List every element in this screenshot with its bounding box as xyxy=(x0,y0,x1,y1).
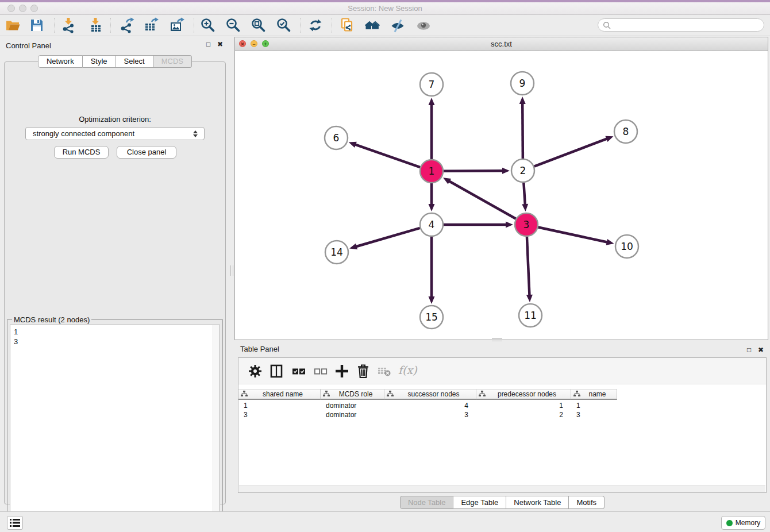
node-label: 11 xyxy=(524,310,537,321)
table-header-row: shared nameMCDS rolesuccessor nodesprede… xyxy=(238,389,617,400)
zoom-fit-icon[interactable] xyxy=(251,17,267,33)
app-titlebar[interactable]: Session: New Session xyxy=(0,0,770,15)
graph-node-4[interactable]: 4 xyxy=(420,213,443,236)
zoom-in-icon[interactable] xyxy=(200,17,216,33)
settings-gear-icon[interactable] xyxy=(247,363,263,379)
panel-splitter-handle[interactable] xyxy=(492,338,502,341)
float-panel-icon[interactable]: □ xyxy=(206,40,210,48)
close-table-panel-icon[interactable]: ✖ xyxy=(758,346,764,354)
delete-columns-trash-icon[interactable] xyxy=(355,363,371,379)
graph-edge-1-6[interactable] xyxy=(355,144,420,167)
node-label: 15 xyxy=(425,311,438,323)
graph-node-14[interactable]: 14 xyxy=(325,241,348,264)
open-file-icon[interactable] xyxy=(5,17,21,33)
edge-arrowhead xyxy=(522,204,528,211)
cell-name[interactable]: 3 xyxy=(571,410,617,419)
tab-style[interactable]: Style xyxy=(83,55,116,68)
column-header-predecessor-nodes[interactable]: predecessor nodes xyxy=(476,389,571,400)
cell-predecessor-nodes[interactable]: 2 xyxy=(476,410,571,419)
export-table-icon[interactable] xyxy=(143,17,159,33)
node-label: 7 xyxy=(429,79,435,90)
tab-node-table[interactable]: Node Table xyxy=(400,496,454,509)
close-panel-button[interactable]: Close panel xyxy=(117,146,176,159)
cell-shared-name[interactable]: 1 xyxy=(238,401,321,410)
column-header-name[interactable]: name xyxy=(571,389,617,400)
graph-edge-2-9[interactable] xyxy=(522,103,523,159)
panel-splitter-handle[interactable] xyxy=(230,265,233,276)
memory-button[interactable]: Memory xyxy=(721,516,765,530)
result-scrollbar[interactable] xyxy=(213,325,220,532)
cell-successor-nodes[interactable]: 4 xyxy=(384,401,476,410)
export-image-icon[interactable] xyxy=(169,17,185,33)
cell-successor-nodes[interactable]: 3 xyxy=(384,410,476,419)
save-session-icon[interactable] xyxy=(29,17,45,33)
column-header-label: name xyxy=(580,390,614,398)
graph-edge-4-14[interactable] xyxy=(356,228,420,247)
unselect-all-checkboxes-icon[interactable] xyxy=(313,363,329,379)
float-table-panel-icon[interactable]: □ xyxy=(747,346,751,354)
show-columns-icon[interactable] xyxy=(268,363,284,379)
hide-graphics-details-icon[interactable] xyxy=(390,17,406,33)
graph-node-3[interactable]: 3 xyxy=(515,213,538,236)
tab-motifs[interactable]: Motifs xyxy=(569,496,605,509)
cell-mcds-role[interactable]: dominator xyxy=(321,401,384,410)
close-panel-icon[interactable]: ✖ xyxy=(217,40,223,48)
graph-node-9[interactable]: 9 xyxy=(511,72,534,95)
search-field[interactable] xyxy=(598,18,764,32)
column-header-successor-nodes[interactable]: successor nodes xyxy=(384,389,476,400)
table-horizontal-scrollbar[interactable] xyxy=(239,485,765,492)
import-table-icon[interactable] xyxy=(87,17,103,33)
tab-mcds[interactable]: MCDS xyxy=(153,55,192,68)
tab-edge-table[interactable]: Edge Table xyxy=(453,496,506,509)
cell-mcds-role[interactable]: dominator xyxy=(321,410,384,419)
export-network-icon[interactable] xyxy=(118,17,134,33)
toolbar-separator xyxy=(54,18,55,33)
task-history-button[interactable] xyxy=(7,516,23,530)
cell-name[interactable]: 1 xyxy=(571,401,617,410)
graph-node-2[interactable]: 2 xyxy=(511,159,534,182)
cell-shared-name[interactable]: 3 xyxy=(238,410,321,419)
network-overview-icon[interactable] xyxy=(364,17,380,33)
graph-node-10[interactable]: 10 xyxy=(615,235,638,258)
delete-table-icon[interactable] xyxy=(376,363,392,379)
network-canvas[interactable]: 7968124314101511 xyxy=(235,51,768,340)
column-header-shared-name[interactable]: shared name xyxy=(238,389,321,400)
select-all-checkboxes-icon[interactable] xyxy=(291,363,307,379)
refresh-view-icon[interactable] xyxy=(307,17,324,33)
mcds-result-textarea[interactable]: 1 3 xyxy=(10,325,220,532)
graph-node-8[interactable]: 8 xyxy=(614,120,637,143)
function-builder-icon[interactable]: f(x) xyxy=(398,364,417,376)
add-column-icon[interactable] xyxy=(334,363,350,379)
tab-select[interactable]: Select xyxy=(116,55,153,68)
graph-edge-3-11[interactable] xyxy=(527,237,530,296)
criterion-dropdown[interactable]: strongly connected component xyxy=(25,127,205,140)
table-panel: Table Panel □ ✖ f(x) xyxy=(234,342,770,511)
zoom-selected-icon[interactable] xyxy=(276,17,292,33)
network-window-titlebar[interactable]: ✕ – + scc.txt xyxy=(235,37,768,51)
graph-edge-2-3[interactable] xyxy=(523,183,525,205)
table-row[interactable]: 1dominator411 xyxy=(238,401,617,410)
graph-node-11[interactable]: 11 xyxy=(519,304,542,327)
graph-edge-1-2[interactable] xyxy=(444,171,503,171)
graph-node-7[interactable]: 7 xyxy=(420,73,443,96)
show-graphics-details-icon[interactable] xyxy=(415,17,432,33)
column-header-mcds-role[interactable]: MCDS role xyxy=(321,389,384,400)
node-label: 8 xyxy=(623,126,629,137)
graph-edge-3-10[interactable] xyxy=(538,227,608,242)
tab-network[interactable]: Network xyxy=(38,55,83,68)
graph-node-15[interactable]: 15 xyxy=(420,306,443,329)
run-mcds-button[interactable]: Run MCDS xyxy=(54,146,109,159)
duplicate-network-view-icon[interactable] xyxy=(339,17,355,33)
node-label: 4 xyxy=(429,219,435,230)
graph-node-6[interactable]: 6 xyxy=(325,126,348,149)
zoom-out-icon[interactable] xyxy=(225,17,241,33)
cell-predecessor-nodes[interactable]: 1 xyxy=(476,401,571,410)
import-network-icon[interactable] xyxy=(60,17,76,33)
titlebar-accent-strip xyxy=(0,0,770,2)
graph-edge-2-8[interactable] xyxy=(534,138,608,166)
tab-network-table[interactable]: Network Table xyxy=(506,496,569,509)
search-input[interactable] xyxy=(614,20,764,30)
graph-node-1[interactable]: 1 xyxy=(420,160,443,183)
table-row[interactable]: 3dominator323 xyxy=(238,410,617,419)
graph-edge-3-1[interactable] xyxy=(449,181,516,219)
